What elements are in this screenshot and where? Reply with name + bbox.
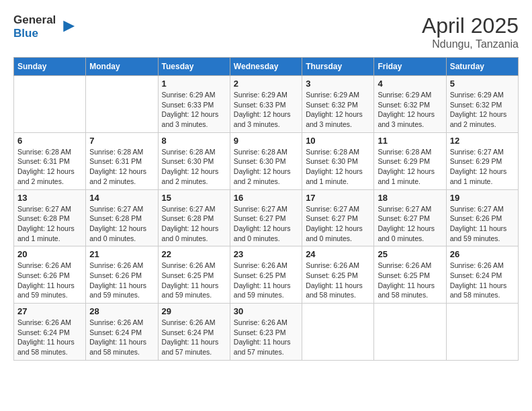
cell-info: Sunrise: 6:28 AMSunset: 6:30 PMDaylight:… [306,147,370,187]
calendar-title: April 2025 [422,13,519,38]
day-header-friday: Friday [374,58,446,76]
page-header: General Blue April 2025 Ndungu, Tanzania [13,13,519,50]
calendar-cell: 22Sunrise: 6:26 AMSunset: 6:25 PMDayligh… [158,246,230,304]
calendar-cell: 18Sunrise: 6:27 AMSunset: 6:27 PMDayligh… [374,189,446,246]
logo-icon [57,17,76,36]
cell-info: Sunrise: 6:26 AMSunset: 6:24 PMDaylight:… [450,261,515,300]
cell-info: Sunrise: 6:26 AMSunset: 6:25 PMDaylight:… [378,261,442,300]
cell-info: Sunrise: 6:28 AMSunset: 6:30 PMDaylight:… [162,147,226,187]
cell-date: 2 [234,79,298,89]
calendar-table: SundayMondayTuesdayWednesdayThursdayFrid… [13,57,519,361]
calendar-cell: 20Sunrise: 6:26 AMSunset: 6:26 PMDayligh… [14,246,86,304]
cell-info: Sunrise: 6:26 AMSunset: 6:24 PMDaylight:… [17,318,82,357]
cell-date: 21 [89,249,154,259]
cell-info: Sunrise: 6:29 AMSunset: 6:33 PMDaylight:… [162,90,226,130]
cell-info: Sunrise: 6:26 AMSunset: 6:25 PMDaylight:… [306,261,370,300]
calendar-cell: 8Sunrise: 6:28 AMSunset: 6:30 PMDaylight… [158,132,230,189]
calendar-cell: 9Sunrise: 6:28 AMSunset: 6:30 PMDaylight… [230,132,302,189]
calendar-header-row: SundayMondayTuesdayWednesdayThursdayFrid… [14,58,519,76]
calendar-cell: 3Sunrise: 6:29 AMSunset: 6:32 PMDaylight… [302,76,374,133]
calendar-cell: 12Sunrise: 6:27 AMSunset: 6:29 PMDayligh… [446,132,518,189]
cell-date: 26 [450,249,515,259]
cell-info: Sunrise: 6:27 AMSunset: 6:28 PMDaylight:… [17,204,82,244]
cell-info: Sunrise: 6:26 AMSunset: 6:26 PMDaylight:… [89,261,154,300]
cell-info: Sunrise: 6:27 AMSunset: 6:26 PMDaylight:… [450,204,515,244]
calendar-cell: 27Sunrise: 6:26 AMSunset: 6:24 PMDayligh… [14,304,86,361]
calendar-cell: 29Sunrise: 6:26 AMSunset: 6:24 PMDayligh… [158,304,230,361]
calendar-cell: 5Sunrise: 6:29 AMSunset: 6:32 PMDaylight… [446,76,518,133]
calendar-cell [374,304,446,361]
cell-date: 29 [162,306,226,316]
cell-info: Sunrise: 6:26 AMSunset: 6:26 PMDaylight:… [17,261,82,300]
day-header-monday: Monday [86,58,158,76]
calendar-week-1: 1Sunrise: 6:29 AMSunset: 6:33 PMDaylight… [14,76,519,133]
cell-info: Sunrise: 6:26 AMSunset: 6:24 PMDaylight:… [89,318,154,357]
cell-date: 14 [89,193,154,203]
cell-info: Sunrise: 6:28 AMSunset: 6:29 PMDaylight:… [378,147,442,187]
calendar-cell: 24Sunrise: 6:26 AMSunset: 6:25 PMDayligh… [302,246,374,304]
calendar-cell [14,76,86,133]
cell-date: 28 [89,306,154,316]
calendar-cell [302,304,374,361]
calendar-cell: 4Sunrise: 6:29 AMSunset: 6:32 PMDaylight… [374,76,446,133]
calendar-week-3: 13Sunrise: 6:27 AMSunset: 6:28 PMDayligh… [14,189,519,246]
cell-info: Sunrise: 6:27 AMSunset: 6:27 PMDaylight:… [306,204,370,244]
calendar-cell: 1Sunrise: 6:29 AMSunset: 6:33 PMDaylight… [158,76,230,133]
calendar-week-4: 20Sunrise: 6:26 AMSunset: 6:26 PMDayligh… [14,246,519,304]
cell-date: 9 [234,136,298,146]
svg-marker-0 [64,20,75,32]
cell-date: 19 [450,193,515,203]
calendar-cell: 23Sunrise: 6:26 AMSunset: 6:25 PMDayligh… [230,246,302,304]
cell-info: Sunrise: 6:26 AMSunset: 6:25 PMDaylight:… [162,261,226,300]
logo-blue: Blue [13,27,56,40]
cell-date: 13 [17,193,82,203]
logo: General Blue [13,13,76,40]
cell-info: Sunrise: 6:27 AMSunset: 6:28 PMDaylight:… [89,204,154,244]
calendar-cell: 26Sunrise: 6:26 AMSunset: 6:24 PMDayligh… [446,246,518,304]
calendar-week-5: 27Sunrise: 6:26 AMSunset: 6:24 PMDayligh… [14,304,519,361]
calendar-cell: 14Sunrise: 6:27 AMSunset: 6:28 PMDayligh… [86,189,158,246]
cell-info: Sunrise: 6:27 AMSunset: 6:27 PMDaylight:… [234,204,298,244]
cell-date: 30 [234,306,298,316]
day-header-wednesday: Wednesday [230,58,302,76]
cell-info: Sunrise: 6:26 AMSunset: 6:24 PMDaylight:… [162,318,226,357]
calendar-cell: 11Sunrise: 6:28 AMSunset: 6:29 PMDayligh… [374,132,446,189]
calendar-cell: 17Sunrise: 6:27 AMSunset: 6:27 PMDayligh… [302,189,374,246]
calendar-cell: 30Sunrise: 6:26 AMSunset: 6:23 PMDayligh… [230,304,302,361]
cell-info: Sunrise: 6:26 AMSunset: 6:23 PMDaylight:… [234,318,298,357]
cell-date: 11 [378,136,442,146]
cell-info: Sunrise: 6:28 AMSunset: 6:31 PMDaylight:… [89,147,154,187]
calendar-cell: 15Sunrise: 6:27 AMSunset: 6:28 PMDayligh… [158,189,230,246]
calendar-cell: 28Sunrise: 6:26 AMSunset: 6:24 PMDayligh… [86,304,158,361]
calendar-cell [86,76,158,133]
calendar-cell: 16Sunrise: 6:27 AMSunset: 6:27 PMDayligh… [230,189,302,246]
calendar-cell: 13Sunrise: 6:27 AMSunset: 6:28 PMDayligh… [14,189,86,246]
cell-info: Sunrise: 6:26 AMSunset: 6:25 PMDaylight:… [234,261,298,300]
day-header-thursday: Thursday [302,58,374,76]
calendar-cell: 25Sunrise: 6:26 AMSunset: 6:25 PMDayligh… [374,246,446,304]
calendar-subtitle: Ndungu, Tanzania [422,38,519,50]
day-header-saturday: Saturday [446,58,518,76]
cell-info: Sunrise: 6:29 AMSunset: 6:32 PMDaylight:… [450,90,515,130]
cell-date: 18 [378,193,442,203]
cell-date: 24 [306,249,370,259]
calendar-cell: 10Sunrise: 6:28 AMSunset: 6:30 PMDayligh… [302,132,374,189]
cell-date: 23 [234,249,298,259]
day-header-tuesday: Tuesday [158,58,230,76]
title-block: April 2025 Ndungu, Tanzania [422,13,519,50]
calendar-cell: 6Sunrise: 6:28 AMSunset: 6:31 PMDaylight… [14,132,86,189]
calendar-cell: 2Sunrise: 6:29 AMSunset: 6:33 PMDaylight… [230,76,302,133]
logo-general: General [13,13,56,27]
cell-info: Sunrise: 6:29 AMSunset: 6:32 PMDaylight:… [378,90,442,130]
cell-info: Sunrise: 6:27 AMSunset: 6:29 PMDaylight:… [450,147,515,187]
calendar-week-2: 6Sunrise: 6:28 AMSunset: 6:31 PMDaylight… [14,132,519,189]
cell-date: 8 [162,136,226,146]
calendar-cell: 7Sunrise: 6:28 AMSunset: 6:31 PMDaylight… [86,132,158,189]
day-header-sunday: Sunday [14,58,86,76]
calendar-cell: 19Sunrise: 6:27 AMSunset: 6:26 PMDayligh… [446,189,518,246]
cell-date: 6 [17,136,82,146]
cell-info: Sunrise: 6:27 AMSunset: 6:27 PMDaylight:… [378,204,442,244]
cell-info: Sunrise: 6:28 AMSunset: 6:30 PMDaylight:… [234,147,298,187]
cell-info: Sunrise: 6:29 AMSunset: 6:32 PMDaylight:… [306,90,370,130]
cell-date: 3 [306,79,370,89]
